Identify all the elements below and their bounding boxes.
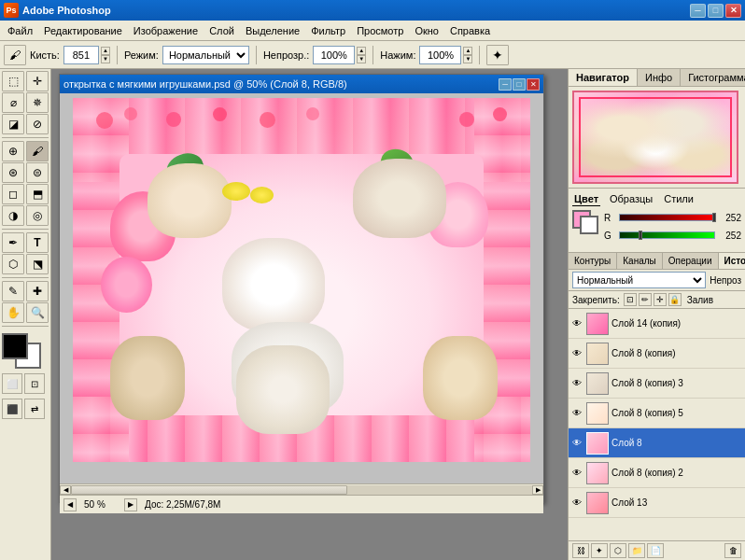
lock-paint-btn[interactable]: ✏ xyxy=(639,293,652,306)
bg-color-preview[interactable] xyxy=(580,216,598,234)
tool-move[interactable]: ✛ xyxy=(26,71,49,91)
tab-color[interactable]: Цвет xyxy=(572,192,600,206)
tab-info[interactable]: Инфо xyxy=(638,69,681,86)
r-slider-thumb[interactable] xyxy=(712,213,716,222)
doc-maximize-btn[interactable]: □ xyxy=(513,78,526,91)
layers-mode-select[interactable]: Нормальный xyxy=(572,272,706,288)
new-layer-btn[interactable]: 📄 xyxy=(647,543,664,558)
tab-history[interactable]: История xyxy=(719,253,745,269)
tab-styles[interactable]: Стили xyxy=(662,192,696,206)
tool-clone[interactable]: ⊛ xyxy=(2,162,24,183)
layer-visibility-8-copy3[interactable]: 👁 xyxy=(570,377,583,390)
layer-visibility-14-copy[interactable]: 👁 xyxy=(570,317,583,330)
new-group-btn[interactable]: 📁 xyxy=(628,543,645,558)
tab-histogram[interactable]: Гистограмма xyxy=(681,69,745,86)
tool-lasso[interactable]: ⌀ xyxy=(2,92,24,113)
tool-text[interactable]: T xyxy=(26,232,49,253)
menu-window[interactable]: Окно xyxy=(409,23,444,38)
layer-item-8[interactable]: 👁 Слой 8 xyxy=(569,428,745,458)
brush-size-down[interactable]: ▼ xyxy=(101,55,110,63)
menu-view[interactable]: Просмотр xyxy=(351,23,409,38)
tab-paths[interactable]: Контуры xyxy=(569,253,617,269)
opacity-up[interactable]: ▲ xyxy=(357,47,366,55)
flow-down[interactable]: ▼ xyxy=(463,55,472,63)
maximize-button[interactable]: □ xyxy=(708,4,724,18)
layer-item-13[interactable]: 👁 Слой 13 xyxy=(569,488,745,518)
opacity-arrows[interactable]: ▲ ▼ xyxy=(357,47,366,63)
tool-notes[interactable]: ✎ xyxy=(2,281,24,301)
mode-select[interactable]: Нормальный Умножение Осветление xyxy=(162,46,249,64)
scroll-right-btn[interactable]: ▶ xyxy=(532,485,543,495)
menu-file[interactable]: Файл xyxy=(2,23,38,38)
menu-select[interactable]: Выделение xyxy=(240,23,305,38)
link-layers-btn[interactable]: ⛓ xyxy=(572,543,589,558)
minimize-button[interactable]: ─ xyxy=(690,4,706,18)
menu-layer[interactable]: Слой xyxy=(204,23,240,38)
tool-gradient[interactable]: ⬒ xyxy=(26,184,49,204)
nav-viewport-indicator[interactable] xyxy=(579,97,732,177)
go-to-bridge[interactable]: ⇄ xyxy=(24,399,45,419)
flow-input[interactable] xyxy=(419,46,461,64)
layer-item-8-copy[interactable]: 👁 Слой 8 (копия) xyxy=(569,339,745,369)
menu-image[interactable]: Изображение xyxy=(128,23,204,38)
r-slider[interactable] xyxy=(619,214,715,221)
layer-item-14-copy[interactable]: 👁 Слой 14 (копия) xyxy=(569,309,745,339)
layer-visibility-8-copy[interactable]: 👁 xyxy=(570,347,583,360)
scroll-thumb-h[interactable] xyxy=(71,485,347,495)
tool-hand[interactable]: ✋ xyxy=(2,302,24,323)
add-mask-btn[interactable]: ⬡ xyxy=(610,543,626,558)
tool-pen[interactable]: ✒ xyxy=(2,232,24,253)
tool-zoom[interactable]: 🔍 xyxy=(26,302,49,323)
opacity-down[interactable]: ▼ xyxy=(357,55,366,63)
tab-actions[interactable]: Операции xyxy=(663,253,719,269)
flow-up[interactable]: ▲ xyxy=(463,47,472,55)
tab-navigator[interactable]: Навигатор xyxy=(569,69,638,86)
tool-path-select[interactable]: ⬡ xyxy=(2,254,24,274)
tab-channels[interactable]: Каналы xyxy=(617,253,663,269)
tool-blur[interactable]: ◎ xyxy=(26,205,49,226)
brush-size-input[interactable] xyxy=(63,46,99,64)
layer-visibility-8-copy5[interactable]: 👁 xyxy=(570,407,583,420)
layer-item-8-copy5[interactable]: 👁 Слой 8 (копия) 5 xyxy=(569,399,745,428)
tool-shape[interactable]: ⬔ xyxy=(26,254,49,274)
menu-edit[interactable]: Редактирование xyxy=(38,23,128,38)
airbrush-btn[interactable]: ✦ xyxy=(486,45,509,65)
opacity-input[interactable] xyxy=(313,46,355,64)
zoom-out-btn[interactable]: ◀ xyxy=(63,498,77,511)
tool-heal[interactable]: ⊕ xyxy=(2,141,24,161)
menu-help[interactable]: Справка xyxy=(444,23,496,38)
tool-marquee[interactable]: ⬚ xyxy=(2,71,24,91)
layer-item-8-copy3[interactable]: 👁 Слой 8 (копия) 3 xyxy=(569,369,745,399)
title-bar-controls[interactable]: ─ □ ✕ xyxy=(690,4,741,18)
doc-title-controls[interactable]: ─ □ ✕ xyxy=(499,78,540,91)
tool-brush-icon[interactable]: 🖌 xyxy=(4,45,26,65)
tool-crop[interactable]: ◪ xyxy=(2,114,24,134)
flow-arrows[interactable]: ▲ ▼ xyxy=(463,47,472,63)
brush-size-arrows[interactable]: ▲ ▼ xyxy=(101,47,110,63)
delete-layer-btn[interactable]: 🗑 xyxy=(724,543,741,558)
lock-move-btn[interactable]: ✛ xyxy=(654,293,667,306)
lock-all-btn[interactable]: 🔒 xyxy=(668,293,682,306)
tool-magic-wand[interactable]: ✵ xyxy=(26,92,49,113)
foreground-color[interactable] xyxy=(2,333,28,359)
tool-dodge[interactable]: ◑ xyxy=(2,205,24,226)
scroll-left-btn[interactable]: ◀ xyxy=(60,485,71,495)
add-style-btn[interactable]: ✦ xyxy=(591,543,608,558)
zoom-in-btn[interactable]: ▶ xyxy=(124,498,137,511)
tool-eraser[interactable]: ◻ xyxy=(2,184,24,204)
doc-scrollbar-horizontal[interactable]: ◀ ▶ xyxy=(60,483,543,495)
quick-mask-btn[interactable]: ⊡ xyxy=(24,373,45,394)
g-slider[interactable] xyxy=(619,231,715,239)
brush-size-up[interactable]: ▲ xyxy=(101,47,110,55)
layer-visibility-8-copy2[interactable]: 👁 xyxy=(570,467,583,480)
lock-transparent-btn[interactable]: ⊡ xyxy=(624,293,637,306)
tool-slice[interactable]: ⊘ xyxy=(26,114,49,134)
doc-minimize-btn[interactable]: ─ xyxy=(499,78,512,91)
layer-visibility-13[interactable]: 👁 xyxy=(570,497,583,510)
tool-history-brush[interactable]: ⊜ xyxy=(26,162,49,183)
layer-visibility-8[interactable]: 👁 xyxy=(570,437,583,450)
layer-item-8-copy2[interactable]: 👁 Слой 8 (копия) 2 xyxy=(569,458,745,488)
menu-filter[interactable]: Фильтр xyxy=(305,23,351,38)
tool-brush[interactable]: 🖌 xyxy=(26,141,49,161)
screen-mode-btn[interactable]: ⬛ xyxy=(2,399,22,419)
